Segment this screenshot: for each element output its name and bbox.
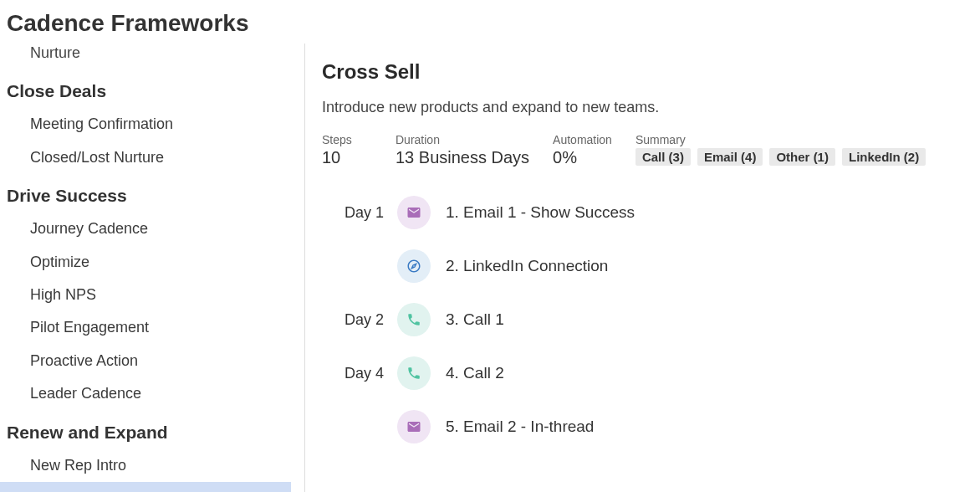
step-day-label: Day 2 <box>322 311 397 329</box>
cadence-description: Introduce new products and expand to new… <box>322 99 967 116</box>
page-title: Cadence Frameworks <box>0 0 980 44</box>
step-row[interactable]: 2. LinkedIn Connection <box>322 249 967 283</box>
stat-summary-label: Summary <box>635 133 926 146</box>
main-panel: Cross Sell Introduce new products and ex… <box>319 44 980 492</box>
phone-icon <box>406 312 421 327</box>
step-title: 4. Call 2 <box>446 364 504 382</box>
step-row[interactable]: Day 23. Call 1 <box>322 303 967 336</box>
summary-tag: Other (1) <box>769 148 835 166</box>
cadence-title: Cross Sell <box>322 60 967 84</box>
phone-icon <box>406 366 421 381</box>
stat-summary: Summary Call (3)Email (4)Other (1)Linked… <box>635 133 926 166</box>
linkedin-step-icon <box>397 249 431 283</box>
email-icon <box>406 205 421 220</box>
compass-icon <box>406 259 421 274</box>
sidebar: NurtureClose DealsMeeting ConfirmationCl… <box>0 44 301 492</box>
step-row[interactable]: Day 11. Email 1 - Show Success <box>322 196 967 229</box>
stat-duration: Duration 13 Business Days <box>396 133 529 167</box>
summary-tag: LinkedIn (2) <box>842 148 926 166</box>
step-row[interactable]: Day 44. Call 2 <box>322 356 967 390</box>
sidebar-item[interactable]: Pilot Engagement <box>0 311 301 344</box>
call-step-icon <box>397 303 431 336</box>
email-step-icon <box>397 410 431 443</box>
sidebar-item[interactable]: Nurture <box>0 44 301 69</box>
stat-automation-label: Automation <box>553 133 612 146</box>
sidebar-group-title: Close Deals <box>0 69 301 108</box>
email-icon <box>406 419 421 434</box>
summary-tag: Call (3) <box>635 148 691 166</box>
call-step-icon <box>397 356 431 390</box>
sidebar-item[interactable]: Leader Cadence <box>0 377 301 410</box>
summary-tag: Email (4) <box>697 148 763 166</box>
sidebar-item[interactable]: Journey Cadence <box>0 213 301 245</box>
stat-steps: Steps 10 <box>322 133 372 167</box>
sidebar-item[interactable]: New Rep Intro <box>0 449 301 482</box>
email-step-icon <box>397 196 431 229</box>
step-title: 2. LinkedIn Connection <box>446 257 608 275</box>
sidebar-item[interactable]: Cross Sell <box>0 482 291 492</box>
stat-steps-value: 10 <box>322 148 372 167</box>
step-title: 5. Email 2 - In-thread <box>446 418 594 436</box>
stat-steps-label: Steps <box>322 133 372 146</box>
cadence-stats: Steps 10 Duration 13 Business Days Autom… <box>322 133 967 167</box>
sidebar-item[interactable]: Proactive Action <box>0 345 301 377</box>
stat-automation-value: 0% <box>553 148 612 167</box>
sidebar-item[interactable]: Closed/Lost Nurture <box>0 141 301 174</box>
step-row[interactable]: 5. Email 2 - In-thread <box>322 410 967 443</box>
stat-automation: Automation 0% <box>553 133 612 167</box>
sidebar-item[interactable]: Meeting Confirmation <box>0 108 301 141</box>
sidebar-item[interactable]: High NPS <box>0 279 301 311</box>
sidebar-group-title: Drive Success <box>0 174 301 213</box>
step-title: 3. Call 1 <box>446 310 504 329</box>
step-title: 1. Email 1 - Show Success <box>446 203 635 222</box>
cadence-steps: Day 11. Email 1 - Show Success2. LinkedI… <box>322 196 967 443</box>
step-day-label: Day 4 <box>322 365 397 382</box>
stat-duration-label: Duration <box>396 133 529 146</box>
sidebar-group-title: Renew and Expand <box>0 411 301 449</box>
stat-duration-value: 13 Business Days <box>396 148 529 167</box>
step-day-label: Day 1 <box>322 204 397 222</box>
sidebar-item[interactable]: Optimize <box>0 246 301 279</box>
sidebar-divider <box>304 44 305 492</box>
